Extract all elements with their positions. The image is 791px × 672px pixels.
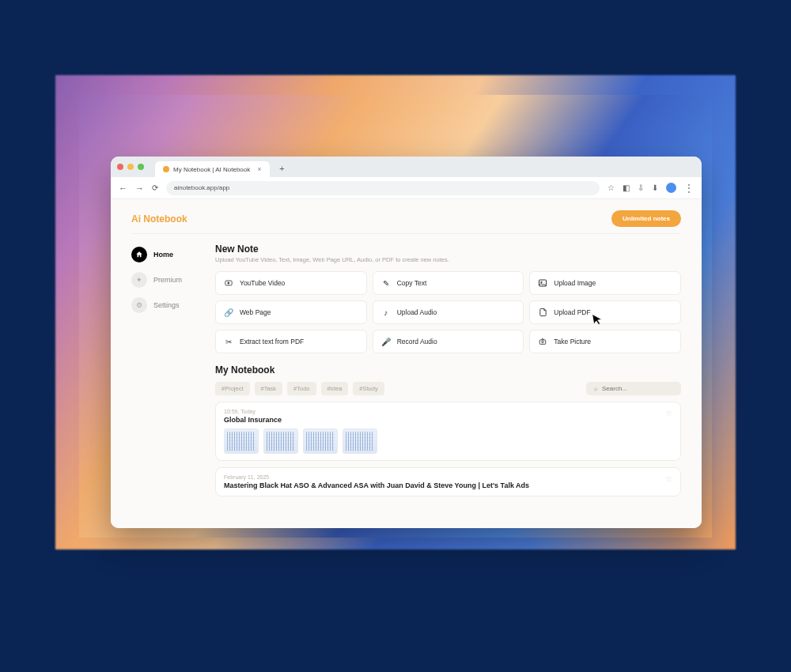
minimize-window-icon[interactable] bbox=[127, 164, 134, 170]
card-extract-text-pdf[interactable]: ✂ Extract text from PDF bbox=[215, 330, 367, 353]
browser-menu-icon[interactable]: ⋮ bbox=[684, 183, 694, 193]
image-icon bbox=[538, 278, 547, 288]
card-label: Record Audio bbox=[397, 338, 437, 345]
pencil-icon: ✎ bbox=[381, 278, 391, 288]
entry-thumbs bbox=[224, 428, 672, 454]
sidebar-item-premium[interactable]: ✦ Premium bbox=[131, 272, 201, 288]
tag-chip[interactable]: #Todo bbox=[287, 382, 316, 395]
card-label: Extract text from PDF bbox=[240, 338, 304, 345]
card-label: Upload PDF bbox=[554, 308, 590, 316]
card-label: YouTube Video bbox=[240, 279, 285, 287]
gear-icon: ⚙ bbox=[131, 297, 147, 313]
tag-chip[interactable]: #Idea bbox=[321, 382, 349, 395]
youtube-icon bbox=[224, 278, 233, 288]
brand-logo: Ai Notebook bbox=[131, 213, 187, 225]
sidebar-item-label: Home bbox=[153, 251, 173, 259]
download-icon[interactable]: ⇩ bbox=[638, 183, 644, 192]
entry-timestamp: February 11, 2025 bbox=[224, 474, 672, 480]
home-icon bbox=[131, 247, 147, 262]
camera-icon bbox=[538, 337, 547, 346]
filter-row: #Project #Task #Todo #Idea #Study ⌕ bbox=[215, 382, 681, 395]
card-take-picture[interactable]: Take Picture bbox=[529, 330, 681, 353]
new-note-title: New Note bbox=[215, 244, 681, 255]
card-upload-image[interactable]: Upload Image bbox=[529, 271, 681, 295]
card-label: Web Page bbox=[240, 308, 271, 316]
chart-thumb bbox=[303, 428, 338, 454]
note-entry[interactable]: ☆ February 11, 2025 Mastering Black Hat … bbox=[215, 467, 681, 496]
close-tab-icon[interactable]: × bbox=[257, 165, 261, 173]
card-youtube-video[interactable]: YouTube Video bbox=[215, 271, 367, 295]
svg-point-4 bbox=[542, 341, 544, 343]
note-entry[interactable]: ☆ 10:59, Today Global Insurance bbox=[215, 402, 681, 461]
sidebar-item-label: Premium bbox=[153, 276, 182, 284]
browser-tab[interactable]: My Notebook | AI Notebook × bbox=[155, 161, 270, 177]
sidebar: Home ✦ Premium ⚙ Settings bbox=[131, 244, 201, 496]
my-notebook-title: My Notebook bbox=[215, 364, 681, 376]
svg-point-2 bbox=[541, 281, 543, 283]
search-box[interactable]: ⌕ bbox=[586, 382, 681, 395]
entry-timestamp: 10:59, Today bbox=[224, 409, 672, 414]
svg-rect-3 bbox=[540, 340, 547, 344]
card-label: Take Picture bbox=[554, 338, 591, 345]
search-input[interactable] bbox=[602, 385, 685, 392]
browser-toolbar: ← → ⟳ ainotebook.app/app ☆ ◧ ⇩ ⬇ ⋮ bbox=[111, 177, 702, 199]
card-copy-text[interactable]: ✎ Copy Text bbox=[373, 271, 524, 295]
favicon-icon bbox=[163, 166, 169, 172]
tag-chip[interactable]: #Project bbox=[215, 382, 250, 395]
back-button[interactable]: ← bbox=[119, 183, 127, 193]
maximize-window-icon[interactable] bbox=[138, 164, 144, 170]
sidebar-item-label: Settings bbox=[153, 301, 180, 309]
app-header: Ai Notebook Unlimited notes bbox=[131, 207, 681, 234]
card-label: Upload Audio bbox=[397, 308, 437, 316]
sidebar-item-settings[interactable]: ⚙ Settings bbox=[131, 297, 201, 313]
card-label: Upload Image bbox=[554, 279, 596, 287]
chart-thumb bbox=[343, 428, 377, 454]
link-icon: 🔗 bbox=[224, 308, 233, 317]
card-web-page[interactable]: 🔗 Web Page bbox=[215, 300, 367, 324]
chart-thumb bbox=[224, 428, 259, 454]
entry-title: Global Insurance bbox=[224, 416, 672, 424]
card-upload-pdf[interactable]: Upload PDF bbox=[529, 300, 681, 324]
sparkle-icon: ✦ bbox=[131, 272, 147, 288]
chart-thumb bbox=[263, 428, 298, 454]
entry-title: Mastering Black Hat ASO & Advanced ASA w… bbox=[224, 481, 672, 489]
app-body: Ai Notebook Unlimited notes Home ✦ Premi… bbox=[111, 199, 702, 528]
main-content: New Note Upload YouTube Video, Text, Ima… bbox=[215, 244, 681, 496]
extension-icon[interactable]: ◧ bbox=[623, 183, 630, 192]
tag-chip[interactable]: #Task bbox=[255, 382, 283, 395]
unlimited-notes-button[interactable]: Unlimited notes bbox=[611, 210, 681, 227]
address-bar[interactable]: ainotebook.app/app bbox=[166, 181, 600, 195]
new-note-grid: YouTube Video ✎ Copy Text Upload Image 🔗… bbox=[215, 271, 681, 353]
window-controls bbox=[117, 164, 144, 170]
cursor-icon bbox=[591, 311, 605, 327]
card-upload-audio[interactable]: ♪ Upload Audio bbox=[373, 300, 524, 324]
favorite-star-icon[interactable]: ☆ bbox=[665, 474, 672, 483]
mic-icon: 🎤 bbox=[381, 337, 391, 346]
audio-icon: ♪ bbox=[381, 308, 391, 317]
browser-window: My Notebook | AI Notebook × + ← → ⟳ aino… bbox=[111, 157, 702, 528]
star-icon[interactable]: ☆ bbox=[607, 183, 615, 192]
close-window-icon[interactable] bbox=[117, 164, 123, 170]
tag-chip[interactable]: #Study bbox=[353, 382, 384, 395]
pdf-icon bbox=[538, 308, 547, 317]
browser-tab-strip: My Notebook | AI Notebook × + bbox=[111, 157, 702, 177]
card-record-audio[interactable]: 🎤 Record Audio bbox=[373, 330, 524, 353]
new-tab-button[interactable]: + bbox=[276, 162, 289, 175]
profile-avatar[interactable] bbox=[666, 183, 676, 193]
forward-button[interactable]: → bbox=[135, 183, 144, 193]
download2-icon[interactable]: ⬇ bbox=[652, 183, 658, 192]
new-note-subtitle: Upload YouTube Video, Text, Image, Web P… bbox=[215, 256, 681, 263]
tab-title: My Notebook | AI Notebook bbox=[173, 166, 250, 173]
url-text: ainotebook.app/app bbox=[174, 184, 229, 191]
card-label: Copy Text bbox=[397, 279, 427, 287]
reload-button[interactable]: ⟳ bbox=[152, 183, 158, 192]
favorite-star-icon[interactable]: ☆ bbox=[665, 409, 672, 417]
sidebar-item-home[interactable]: Home bbox=[131, 247, 201, 262]
search-icon: ⌕ bbox=[594, 385, 598, 392]
extract-icon: ✂ bbox=[224, 337, 233, 346]
